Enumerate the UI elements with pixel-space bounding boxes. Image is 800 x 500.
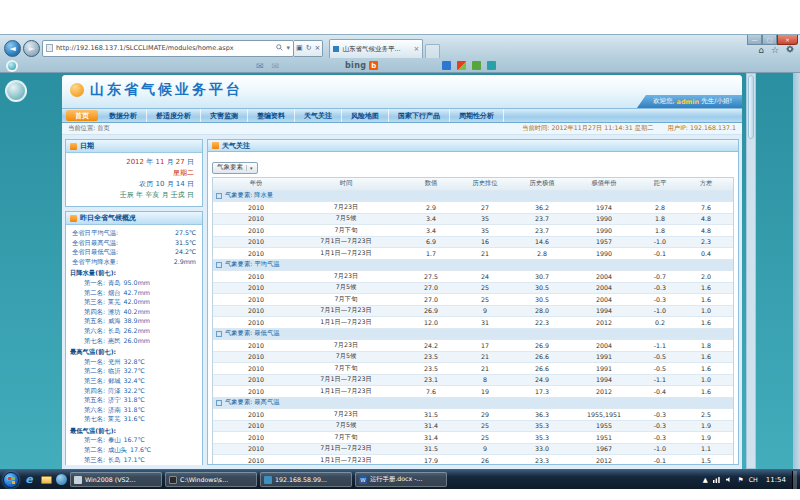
menu-item[interactable]: 数据分析 (100, 109, 147, 122)
station-name[interactable]: 长岛 (108, 455, 121, 465)
compatibility-icon[interactable]: ▣ (296, 44, 303, 52)
station-name[interactable]: 兖州 (108, 357, 121, 367)
table-header-cell[interactable]: 数值 (405, 179, 457, 188)
stop-icon[interactable]: × (315, 44, 321, 52)
bing-shortcut[interactable]: bing b (345, 61, 378, 70)
station-name[interactable]: 海阳 (108, 464, 121, 465)
scrollbar-thumb[interactable] (748, 75, 754, 139)
element-filter-button[interactable]: 气象要素 ▾ (212, 162, 258, 174)
refresh-icon[interactable]: ↻ (306, 44, 312, 52)
station-name[interactable]: 潍坊 (108, 307, 121, 317)
explorer-taskbar-icon[interactable] (39, 473, 53, 487)
table-row[interactable]: 20107月下旬27.02530.52004-0.31.6 (213, 293, 733, 305)
taskbar-button[interactable]: 192.168.58.99... (260, 472, 352, 487)
station-name[interactable]: 惠民 (108, 336, 121, 346)
menu-item[interactable]: 风险地图 (342, 109, 389, 122)
table-row[interactable]: 20107月23日31.52936.31955,1951-0.32.5 (213, 408, 733, 420)
messenger-icon[interactable] (442, 61, 451, 70)
station-name[interactable]: 成山头 (108, 445, 127, 455)
media-player-taskbar-icon[interactable] (56, 474, 67, 485)
weather-icon[interactable] (487, 61, 496, 70)
group-expand-icon[interactable] (216, 400, 222, 406)
table-row[interactable]: 20107月1日—7月23日26.9928.01994-1.01.0 (213, 305, 733, 317)
station-name[interactable]: 菏泽 (108, 386, 121, 396)
language-indicator[interactable]: CH (749, 476, 758, 483)
favorites-icon[interactable]: ☆ (771, 45, 779, 55)
station-name[interactable]: 临沂 (108, 366, 121, 376)
action-center-icon[interactable]: ⚑ (738, 476, 744, 484)
mail-icon[interactable]: ✉ (256, 61, 264, 71)
table-header-cell[interactable]: 极值年份 (571, 179, 637, 188)
group-expand-icon[interactable] (216, 193, 222, 199)
table-group-header[interactable]: 气象要素: 平均气温 (213, 259, 733, 271)
tab-title[interactable]: 山东省气候业务平... (342, 45, 410, 54)
back-button[interactable]: ◄ (4, 40, 21, 57)
table-header-cell[interactable]: 年份 (225, 179, 287, 188)
table-row[interactable]: 20107月1日—7月23日6.91614.61957-1.02.3 (213, 236, 733, 248)
url-text[interactable]: http://192.168.137.1/SLCCLIMATE/modules/… (56, 44, 273, 52)
table-header-cell[interactable]: 时间 (287, 179, 405, 188)
station-name[interactable]: 郯城 (108, 376, 121, 386)
table-row[interactable]: 20101月1日—7月23日17.92623.32012-0.11.5 (213, 454, 733, 465)
table-header-cell[interactable]: 方差 (683, 179, 729, 188)
table-row[interactable]: 20107月下旬3.43523.719901.84.8 (213, 224, 733, 236)
table-group-header[interactable]: 气象要素: 降水量 (213, 190, 733, 202)
gear-icon[interactable] (786, 45, 794, 55)
table-header-cell[interactable]: 历史排位 (457, 179, 513, 188)
table-row[interactable]: 20107月5候23.52126.61991-0.51.6 (213, 351, 733, 363)
network-icon[interactable] (713, 476, 721, 483)
taskbar-button[interactable]: W 运行手册.docx -... (355, 472, 447, 487)
group-expand-icon[interactable] (216, 331, 222, 337)
tab-close-icon[interactable]: × (414, 45, 420, 53)
page-scrollbar[interactable] (746, 73, 756, 469)
menu-item[interactable]: 整编资料 (248, 109, 295, 122)
menu-item[interactable]: 首页 (66, 110, 98, 121)
menu-item[interactable]: 周期性分析 (450, 109, 504, 122)
station-name[interactable]: 长岛 (108, 326, 121, 336)
ie-taskbar-icon[interactable]: e (22, 473, 36, 487)
new-tab-button[interactable] (425, 44, 440, 58)
sharing-icon[interactable] (472, 61, 481, 70)
address-bar[interactable]: http://192.168.137.1/SLCCLIMATE/modules/… (42, 40, 294, 57)
station-name[interactable]: 莱芜 (108, 297, 121, 307)
show-desktop-button[interactable] (792, 471, 797, 489)
mail-secondary-icon[interactable]: ✉ (272, 61, 280, 71)
table-row[interactable]: 20107月5候27.02530.52004-0.31.6 (213, 282, 733, 294)
table-header-cell[interactable]: 历史极值 (513, 179, 571, 188)
glass-circle-icon[interactable] (6, 60, 18, 72)
table-row[interactable]: 20101月1日—7月23日7.61917.32012-0.41.6 (213, 385, 733, 397)
table-row[interactable]: 20107月1日—7月23日31.5933.01967-1.01.1 (213, 443, 733, 455)
table-header-cell[interactable]: 距平 (637, 179, 683, 188)
forward-button[interactable]: ► (23, 40, 40, 57)
address-dropdown-icon[interactable]: ▾ (286, 44, 290, 52)
table-row[interactable]: 20107月下旬31.42535.31951-0.31.9 (213, 431, 733, 443)
station-name[interactable]: 济南 (108, 405, 121, 415)
browser-tab[interactable]: 山东省气候业务平... × (329, 39, 423, 58)
clock[interactable]: 11:54 (763, 476, 789, 484)
volume-icon[interactable] (726, 476, 733, 483)
station-name[interactable]: 青岛 (108, 278, 121, 288)
menu-item[interactable]: 国家下行产品 (389, 109, 450, 122)
station-name[interactable]: 莱芜 (108, 414, 121, 424)
table-row[interactable]: 20107月23日27.52430.72004-0.72.0 (213, 270, 733, 282)
station-name[interactable]: 烟台 (108, 288, 121, 298)
menu-item[interactable]: 灾害监测 (201, 109, 248, 122)
group-expand-icon[interactable] (216, 262, 222, 268)
search-icon[interactable] (276, 44, 283, 53)
station-name[interactable]: 济宁 (108, 395, 121, 405)
station-name[interactable]: 泰山 (108, 435, 121, 445)
table-row[interactable]: 20101月1日—7月23日1.7212.81990-0.10.4 (213, 247, 733, 259)
table-row[interactable]: 20101月1日—7月23日12.03122.320120.21.6 (213, 316, 733, 328)
table-row[interactable]: 20107月下旬23.52126.61991-0.51.6 (213, 362, 733, 374)
station-name[interactable]: 威海 (108, 316, 121, 326)
table-row[interactable]: 20107月23日2.92736.219742.87.6 (213, 201, 733, 213)
table-row[interactable]: 20107月1日—7月23日23.1824.91994-1.11.0 (213, 374, 733, 386)
windows-live-icon[interactable] (457, 61, 466, 70)
home-icon[interactable]: ⌂ (758, 45, 764, 55)
table-row[interactable]: 20107月5候3.43523.719901.84.8 (213, 213, 733, 225)
taskbar-button[interactable]: C:\Windows\s... (165, 472, 257, 487)
menu-item[interactable]: 天气关注 (295, 109, 342, 122)
taskbar-button[interactable]: Win2008 (VS2... (70, 472, 162, 487)
table-group-header[interactable]: 气象要素: 最高气温 (213, 397, 733, 409)
table-row[interactable]: 20107月23日24.21726.92004-1.11.8 (213, 339, 733, 351)
